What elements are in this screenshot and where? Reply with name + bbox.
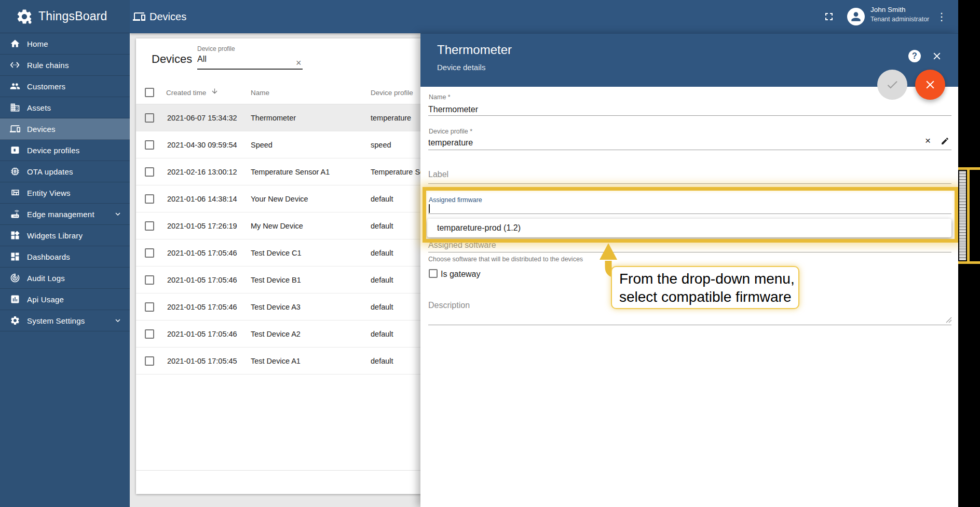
column-header-created-time[interactable]: Created time <box>166 89 206 97</box>
row-checkbox[interactable] <box>145 221 154 231</box>
cell-name: My New Device <box>251 222 303 230</box>
description-field[interactable]: Description <box>428 301 470 310</box>
tutorial-callout: From the drop-down menu, select compatib… <box>611 266 799 309</box>
sidebar-item-device-profiles[interactable]: Device profiles <box>0 140 130 161</box>
sidebar-item-system-settings[interactable]: System Settings <box>0 310 130 331</box>
assigned-software-label[interactable]: Assigned software <box>428 241 496 250</box>
page-title: Devices <box>149 11 186 23</box>
sidebar-item-api-usage[interactable]: Api Usage <box>0 289 130 310</box>
sidebar-item-assets[interactable]: Assets <box>0 97 130 118</box>
cell-created-time: 2021-01-05 17:05:45 <box>167 357 237 365</box>
filter-clear-icon[interactable]: × <box>296 58 305 68</box>
api-usage-icon <box>10 294 20 304</box>
table-row[interactable]: 2021-04-30 09:59:54 Speed speed <box>136 131 421 158</box>
user-info[interactable]: John Smith Tenant administrator <box>870 6 929 23</box>
entity-views-icon <box>10 188 20 198</box>
assigned-software-underline <box>428 252 951 252</box>
resize-handle-icon[interactable] <box>946 317 952 323</box>
row-checkbox[interactable] <box>145 194 154 204</box>
row-checkbox[interactable] <box>145 275 154 285</box>
system-settings-icon <box>10 315 20 326</box>
cell-name: Test Device A1 <box>251 357 301 365</box>
column-header-name[interactable]: Name <box>251 89 269 97</box>
cell-created-time: 2021-01-05 17:05:46 <box>167 330 237 338</box>
fullscreen-icon[interactable] <box>823 10 835 23</box>
sidebar-item-home[interactable]: Home <box>0 33 130 55</box>
row-checkbox[interactable] <box>145 140 154 150</box>
row-checkbox[interactable] <box>145 329 154 339</box>
assigned-firmware-underline <box>428 214 951 214</box>
customers-icon <box>10 81 20 91</box>
apply-changes-button[interactable] <box>877 70 907 100</box>
avatar[interactable] <box>847 8 865 25</box>
user-role: Tenant administrator <box>870 16 929 23</box>
firmware-option-label: tempareture-prod (1.2) <box>437 223 521 233</box>
assigned-firmware-label: Assigned firmware <box>429 196 482 204</box>
sidebar-item-customers[interactable]: Customers <box>0 76 130 97</box>
column-header-device-profile[interactable]: Device profile <box>371 89 413 97</box>
cell-name: Thermometer <box>251 114 296 122</box>
cell-name: Test Device C1 <box>251 249 302 257</box>
table-row[interactable]: 2021-01-05 17:05:45 Test Device A1 defau… <box>136 348 421 375</box>
table-row[interactable]: 2021-01-05 17:05:46 Test Device B1 defau… <box>136 266 421 293</box>
sidebar-item-rule-chains[interactable]: Rule chains <box>0 55 130 76</box>
table-row[interactable]: 2021-01-05 17:05:46 Test Device A3 defau… <box>136 293 421 321</box>
sidebar-item-entity-views[interactable]: Entity Views <box>0 182 130 204</box>
name-field-label: Name * <box>429 94 451 101</box>
person-icon <box>849 10 863 23</box>
help-icon[interactable]: ? <box>908 50 921 62</box>
table-row[interactable]: 2021-01-06 14:38:14 Your New Device defa… <box>136 185 421 212</box>
label-field[interactable]: Label <box>428 170 448 179</box>
cell-device-profile: default <box>371 357 421 365</box>
filter-underline <box>197 69 303 70</box>
is-gateway-checkbox[interactable] <box>429 269 438 278</box>
name-field-value[interactable]: Thermometer <box>428 105 478 114</box>
cell-name: Temperature Sensor A1 <box>251 168 330 176</box>
firmware-dropdown-option[interactable]: tempareture-prod (1.2) <box>427 219 951 237</box>
sidebar-item-widgets-library[interactable]: Widgets Library <box>0 225 130 246</box>
callout-text-line2: select compatible firmware <box>619 288 798 306</box>
sidebar-item-devices[interactable]: Devices <box>0 118 130 140</box>
cancel-changes-button[interactable] <box>915 70 945 100</box>
kebab-menu-icon[interactable]: ⋮ <box>936 10 945 23</box>
edge-black-strip <box>958 0 980 507</box>
label-field-underline <box>428 183 951 184</box>
sidebar: ThingsBoard Home Rule chains Customers A… <box>0 0 130 507</box>
clear-icon[interactable]: × <box>925 136 934 145</box>
logo[interactable]: ThingsBoard <box>0 0 130 33</box>
row-checkbox[interactable] <box>145 167 154 177</box>
edge-management-icon <box>10 209 20 219</box>
edit-pencil-icon[interactable] <box>941 137 949 145</box>
card-title: Devices <box>152 52 192 66</box>
row-checkbox[interactable] <box>145 113 154 123</box>
close-icon[interactable] <box>931 50 943 62</box>
table-row[interactable]: 2021-01-05 17:05:46 Test Device A2 defau… <box>136 321 421 348</box>
assigned-software-helper: Choose software that will be distributed… <box>428 256 583 263</box>
row-checkbox[interactable] <box>145 248 154 258</box>
table-row[interactable]: 2021-02-16 13:00:12 Temperature Sensor A… <box>136 158 421 185</box>
sidebar-item-dashboards[interactable]: Dashboards <box>0 246 130 268</box>
select-all-checkbox[interactable] <box>145 88 154 97</box>
sidebar-item-edge-management[interactable]: Edge management <box>0 204 130 225</box>
sidebar-item-ota-updates[interactable]: OTA updates <box>0 161 130 182</box>
table-row[interactable]: 2021-06-07 15:34:32 Thermometer temperat… <box>136 104 421 131</box>
cell-name: Your New Device <box>251 195 308 203</box>
table-row[interactable]: 2021-01-05 17:05:46 Test Device C1 defau… <box>136 239 421 266</box>
sidebar-item-audit-logs[interactable]: Audit Logs <box>0 268 130 289</box>
check-icon <box>886 78 899 91</box>
widgets-library-icon <box>10 230 20 241</box>
cell-device-profile: default <box>371 195 421 203</box>
description-underline <box>428 325 951 325</box>
cell-name: Test Device B1 <box>251 276 301 284</box>
cell-created-time: 2021-02-16 13:00:12 <box>167 168 237 176</box>
sort-desc-icon[interactable] <box>211 87 219 95</box>
cell-created-time: 2021-01-05 17:05:46 <box>167 276 237 284</box>
device-profile-filter-select[interactable]: All <box>197 55 207 64</box>
row-checkbox[interactable] <box>145 356 154 366</box>
cell-created-time: 2021-06-07 15:34:32 <box>167 114 237 122</box>
cell-device-profile: default <box>371 330 421 338</box>
top-bar: Devices John Smith Tenant administrator … <box>130 0 980 33</box>
row-checkbox[interactable] <box>145 302 154 312</box>
device-profile-field-value[interactable]: temperature <box>428 138 473 148</box>
table-row[interactable]: 2021-01-05 17:26:19 My New Device defaul… <box>136 212 421 239</box>
